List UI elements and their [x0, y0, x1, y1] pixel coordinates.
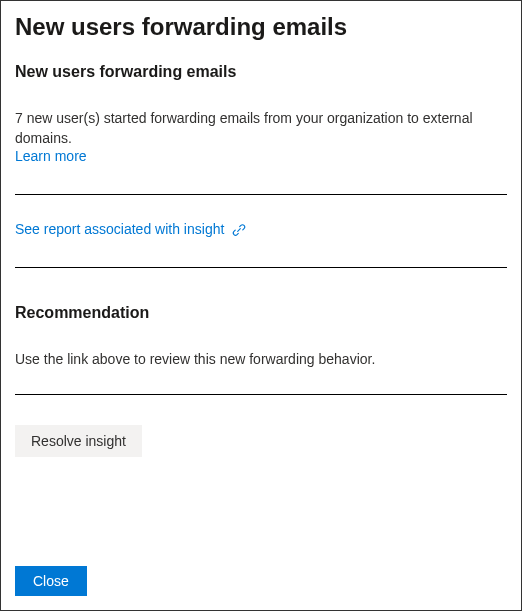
page-title: New users forwarding emails [15, 13, 507, 41]
recommendation-heading: Recommendation [15, 304, 507, 322]
insight-summary-text: 7 new user(s) started forwarding emails … [15, 110, 473, 146]
recommendation-body: Use the link above to review this new fo… [15, 350, 507, 370]
close-button[interactable]: Close [15, 566, 87, 596]
link-icon [232, 223, 246, 237]
insight-heading: New users forwarding emails [15, 63, 507, 81]
learn-more-link[interactable]: Learn more [15, 148, 87, 164]
see-report-link-label: See report associated with insight [15, 221, 224, 237]
resolve-insight-button[interactable]: Resolve insight [15, 425, 142, 457]
see-report-link[interactable]: See report associated with insight [15, 221, 246, 237]
